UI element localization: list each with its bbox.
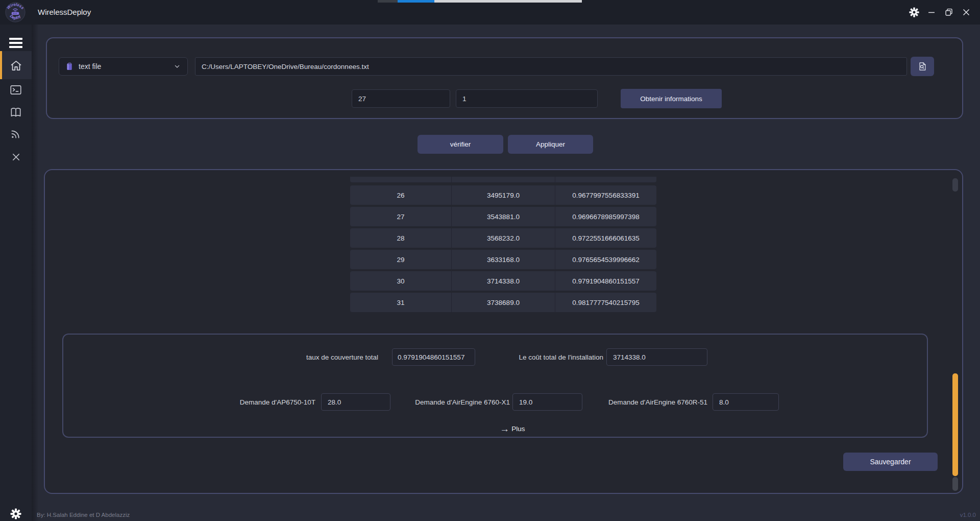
arrow-right-icon: → bbox=[500, 424, 509, 434]
minimize-icon bbox=[926, 7, 937, 18]
terminal-icon bbox=[9, 83, 22, 97]
clipboard-icon bbox=[65, 62, 74, 71]
apply-button[interactable]: Appliquer bbox=[508, 135, 593, 154]
plus-label: Plus bbox=[511, 425, 525, 433]
demand-ap6750-input[interactable] bbox=[321, 393, 390, 411]
cell-ap-count: 27 bbox=[350, 207, 451, 226]
table-row-partial bbox=[350, 177, 656, 182]
sidebar-item-terminal[interactable] bbox=[0, 79, 32, 101]
gear-icon bbox=[909, 7, 920, 18]
logo-badge-icon: Wireless Deploy bbox=[5, 2, 26, 22]
results-panel: 26 3495179.0 0.9677997556833391 27 35438… bbox=[44, 169, 963, 494]
cell-cost: 3714338.0 bbox=[451, 271, 555, 291]
cell-cost: 3568232.0 bbox=[451, 228, 555, 248]
cell-ap-count: 31 bbox=[350, 293, 451, 312]
panel-scrollbar-track-end bbox=[952, 477, 958, 491]
cell-coverage: 0.9696678985997398 bbox=[555, 207, 656, 226]
results-table: 26 3495179.0 0.9677997556833391 27 35438… bbox=[350, 177, 656, 328]
file-search-icon bbox=[917, 61, 927, 72]
cell-coverage: 0.9817777540215795 bbox=[555, 293, 656, 312]
summary-panel: taux de couverture total Le coût total d… bbox=[62, 334, 928, 438]
table-row[interactable]: 31 3738689.0 0.9817777540215795 bbox=[350, 293, 656, 312]
demand-airengine-6760x1-label: Demande d'AirEngine 6760-X1 bbox=[388, 393, 510, 411]
sidebar bbox=[0, 25, 32, 521]
cost-total-input[interactable] bbox=[606, 348, 707, 366]
file-type-dropdown[interactable]: text file bbox=[59, 57, 188, 76]
titlebar: Wireless Deploy WirelessDeploy bbox=[0, 0, 980, 25]
cost-label: Le coût total de l'installation bbox=[476, 348, 603, 366]
sidebar-shadow bbox=[32, 25, 39, 521]
progress-segment-dark bbox=[378, 0, 398, 3]
table-row[interactable]: 27 3543881.0 0.9696678985997398 bbox=[350, 207, 656, 226]
signal-icon bbox=[9, 127, 22, 140]
sidebar-item-home[interactable] bbox=[0, 54, 32, 77]
version-text: v1.0.0 bbox=[950, 512, 976, 518]
table-row[interactable]: 26 3495179.0 0.9677997556833391 bbox=[350, 185, 656, 205]
file-path-input[interactable] bbox=[195, 57, 907, 76]
panel-scrollbar-thumb[interactable] bbox=[952, 373, 958, 476]
save-button[interactable]: Sauvegarder bbox=[843, 453, 938, 471]
restore-button[interactable] bbox=[941, 5, 957, 20]
cell-ap-count: 29 bbox=[350, 250, 451, 269]
plus-link[interactable]: → Plus bbox=[477, 422, 548, 435]
app-logo: Wireless Deploy bbox=[5, 2, 26, 22]
param-index-input[interactable] bbox=[456, 89, 598, 108]
file-type-value: text file bbox=[79, 62, 173, 70]
progress-segment-blue bbox=[398, 0, 434, 3]
cell-coverage: 0.9791904860151557 bbox=[555, 271, 656, 291]
demand-airengine-6760r51-label: Demande d'AirEngine 6760R-51 bbox=[582, 393, 707, 411]
settings-gear-icon bbox=[10, 508, 22, 520]
sidebar-item-close[interactable] bbox=[0, 146, 32, 168]
sidebar-item-signal[interactable] bbox=[0, 123, 32, 145]
minimize-button[interactable] bbox=[924, 5, 939, 20]
cell-coverage: 0.9765654539996662 bbox=[555, 250, 656, 269]
app-window: Wireless Deploy WirelessDeploy bbox=[0, 0, 980, 521]
verify-button[interactable]: vérifier bbox=[418, 135, 503, 154]
param-count-input[interactable] bbox=[352, 89, 450, 108]
close-button[interactable] bbox=[959, 5, 974, 20]
cell-ap-count: 30 bbox=[350, 271, 451, 291]
browse-file-button[interactable] bbox=[911, 57, 934, 76]
cell-cost: 3543881.0 bbox=[451, 207, 555, 226]
cell-cost: 3633168.0 bbox=[451, 250, 555, 269]
demand-ap6750-label: Demande d'AP6750-10T bbox=[204, 393, 315, 411]
table-scrollbar-thumb[interactable] bbox=[952, 178, 958, 192]
menu-icon bbox=[9, 36, 22, 51]
close-icon bbox=[10, 151, 22, 163]
cell-ap-count: 28 bbox=[350, 228, 451, 248]
map-icon bbox=[9, 106, 22, 119]
window-controls bbox=[906, 5, 974, 20]
home-icon bbox=[9, 59, 23, 73]
app-title: WirelessDeploy bbox=[38, 0, 91, 25]
table-row[interactable]: 30 3714338.0 0.9791904860151557 bbox=[350, 271, 656, 291]
cell-coverage: 0.9722551666061635 bbox=[555, 228, 656, 248]
coverage-label: taux de couverture total bbox=[245, 348, 378, 366]
cell-coverage: 0.9677997556833391 bbox=[555, 185, 656, 205]
close-icon bbox=[961, 7, 972, 18]
demand-airengine-6760r51-input[interactable] bbox=[713, 393, 779, 411]
chevron-down-icon bbox=[173, 62, 181, 70]
credits-text: By: H.Salah Eddine et D Abdelazziz bbox=[37, 512, 130, 518]
restore-icon bbox=[943, 7, 954, 18]
cell-cost: 3738689.0 bbox=[451, 293, 555, 312]
top-progress-artifact bbox=[378, 0, 582, 3]
table-row[interactable]: 28 3568232.0 0.9722551666061635 bbox=[350, 228, 656, 248]
file-input-panel: text file Obtenir informations bbox=[46, 37, 963, 119]
cell-cost: 3495179.0 bbox=[451, 185, 555, 205]
coverage-total-input[interactable] bbox=[392, 348, 475, 366]
cell-ap-count: 26 bbox=[350, 185, 451, 205]
sidebar-item-map[interactable] bbox=[0, 101, 32, 124]
obtain-informations-button[interactable]: Obtenir informations bbox=[621, 89, 722, 108]
titlebar-settings-button[interactable] bbox=[906, 5, 922, 20]
demand-airengine-6760x1-input[interactable] bbox=[512, 393, 582, 411]
progress-segment-light bbox=[434, 0, 582, 3]
table-row[interactable]: 29 3633168.0 0.9765654539996662 bbox=[350, 250, 656, 269]
sidebar-settings-button[interactable] bbox=[0, 503, 32, 521]
